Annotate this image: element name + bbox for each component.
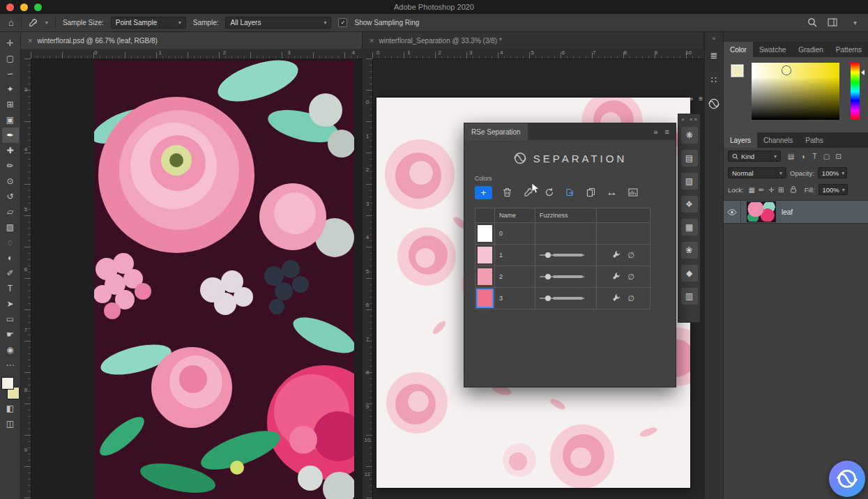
- lock-transparency-icon[interactable]: ▦: [747, 186, 756, 194]
- panel-menu-icon[interactable]: ≡: [665, 128, 669, 136]
- collapse-panel-icon[interactable]: »: [653, 128, 657, 136]
- fill-dropdown[interactable]: 100% ▾: [818, 184, 848, 195]
- color-field-cursor[interactable]: [782, 66, 791, 75]
- hue-slider[interactable]: [851, 63, 860, 120]
- export-button[interactable]: [564, 187, 576, 199]
- lock-all-icon[interactable]: [789, 185, 798, 194]
- maximize-window-button[interactable]: [34, 3, 42, 11]
- collapsed-panel-icon-2[interactable]: ▤: [681, 150, 698, 167]
- tab-swatches[interactable]: Swatche: [753, 42, 792, 57]
- show-sampling-ring-checkbox[interactable]: ✓: [338, 18, 347, 27]
- fuzziness-slider[interactable]: [540, 272, 584, 281]
- separation-panel-tab[interactable]: RSe Separation: [464, 123, 528, 140]
- duplicate-button[interactable]: [585, 187, 597, 199]
- clone-stamp-tool[interactable]: ⊙: [2, 174, 19, 189]
- filter-type-layers-icon[interactable]: T: [809, 153, 820, 160]
- fuzziness-slider[interactable]: [540, 251, 584, 259]
- layer-thumbnail[interactable]: [747, 201, 776, 222]
- document-view-winterfloral[interactable]: 01234 3456789: [21, 49, 363, 499]
- table-row-selected[interactable]: 3 ∅: [475, 287, 650, 309]
- kind-filter-dropdown[interactable]: Kind ▾: [728, 151, 781, 162]
- table-row[interactable]: 2 ∅: [475, 266, 650, 287]
- filter-shape-layers-icon[interactable]: ▢: [821, 153, 832, 160]
- libraries-panel-icon[interactable]: ≣: [706, 47, 722, 63]
- filter-pixel-layers-icon[interactable]: ▤: [786, 153, 796, 160]
- minimize-window-button[interactable]: [20, 3, 28, 11]
- search-icon[interactable]: [807, 17, 817, 29]
- adjust-color-icon[interactable]: [612, 250, 620, 260]
- adjustments-panel-icon[interactable]: ∷: [706, 72, 722, 87]
- adjust-color-icon[interactable]: [612, 293, 620, 303]
- lock-artboard-icon[interactable]: ⊞: [777, 186, 786, 194]
- tab-channels[interactable]: Channels: [757, 132, 799, 148]
- foreground-background-swatches[interactable]: [1, 378, 20, 399]
- spread-width-button[interactable]: ↔: [606, 187, 618, 199]
- marquee-tool[interactable]: ▢: [2, 51, 19, 66]
- hue-slider-marker[interactable]: [861, 70, 865, 75]
- type-tool[interactable]: T: [2, 281, 19, 296]
- table-row[interactable]: 0: [475, 222, 650, 244]
- background-color-swatch[interactable]: [8, 387, 19, 399]
- move-tool[interactable]: ✛: [2, 36, 19, 51]
- lasso-tool[interactable]: ∽: [2, 66, 19, 82]
- collapsed-panel-icon-8[interactable]: ▥: [681, 288, 698, 305]
- blur-tool[interactable]: ◌: [2, 235, 19, 250]
- expand-dock-icon[interactable]: « »: [690, 116, 697, 123]
- close-dock-icon[interactable]: ×: [681, 116, 685, 123]
- layer-visibility-toggle[interactable]: [724, 201, 741, 223]
- caret-down-icon[interactable]: ▾: [853, 19, 857, 26]
- dodge-tool[interactable]: ◐: [2, 250, 19, 266]
- collapsed-panel-icon-3[interactable]: ▨: [681, 173, 698, 190]
- history-brush-tool[interactable]: ↺: [2, 189, 19, 204]
- current-tool-eyedropper-icon[interactable]: ▾: [29, 18, 48, 27]
- color-swatch[interactable]: [478, 290, 492, 307]
- tab-paths[interactable]: Paths: [799, 132, 830, 148]
- collapsed-panel-icon-1[interactable]: ❋: [681, 127, 698, 144]
- close-window-button[interactable]: [6, 3, 14, 11]
- delete-color-button[interactable]: [501, 187, 513, 199]
- collapsed-panel-icon-5[interactable]: ▦: [681, 219, 698, 236]
- expand-dock-icon[interactable]: «: [712, 35, 715, 42]
- tab-gradients[interactable]: Gradien: [792, 42, 830, 57]
- eraser-tool[interactable]: ▱: [2, 204, 19, 220]
- saturation-brightness-field[interactable]: [752, 63, 839, 120]
- hand-tool[interactable]: ☛: [2, 327, 19, 342]
- canvas-winterfloral[interactable]: [94, 60, 354, 499]
- color-swatch[interactable]: [478, 247, 492, 263]
- add-color-button[interactable]: +: [475, 186, 492, 199]
- shape-tool[interactable]: ▭: [2, 312, 19, 327]
- lock-pixels-icon[interactable]: ✏: [757, 186, 766, 194]
- pen-tool[interactable]: ✐: [2, 266, 19, 281]
- foreground-color-swatch[interactable]: [2, 378, 13, 389]
- brush-tool[interactable]: ✏: [2, 158, 19, 174]
- close-tab-icon[interactable]: ×: [370, 36, 374, 45]
- tab-winterfloral-psd[interactable]: × winterfloral.psd @ 66.7% (leaf, RGB/8): [21, 32, 363, 49]
- histogram-button[interactable]: [627, 187, 639, 199]
- workspace-switcher-icon[interactable]: [828, 18, 837, 28]
- filter-smart-objects-icon[interactable]: ⊡: [833, 153, 844, 160]
- foreground-color-swatch[interactable]: [731, 64, 744, 77]
- lock-position-icon[interactable]: ✛: [767, 186, 776, 194]
- color-swatch[interactable]: [478, 225, 492, 242]
- opacity-dropdown[interactable]: 100% ▾: [818, 167, 847, 178]
- home-icon[interactable]: ⌂: [8, 18, 14, 27]
- color-swatch[interactable]: [478, 268, 492, 285]
- collapse-panels-icon[interactable]: »: [690, 95, 694, 102]
- path-selection-tool[interactable]: ➤: [2, 296, 19, 312]
- table-row[interactable]: 1 ∅: [475, 244, 650, 266]
- refresh-button[interactable]: [543, 187, 555, 199]
- blend-mode-dropdown[interactable]: Normal ▾: [728, 167, 786, 178]
- tab-patterns[interactable]: Patterns: [830, 42, 868, 57]
- clear-color-icon[interactable]: ∅: [627, 272, 634, 282]
- quick-mask-button[interactable]: ◧: [2, 401, 19, 416]
- tab-color[interactable]: Color: [724, 42, 753, 57]
- frame-tool[interactable]: ▣: [2, 112, 19, 128]
- collapsed-panel-icon-6[interactable]: ❀: [681, 242, 698, 259]
- sample-size-dropdown[interactable]: Point Sample ▾: [111, 17, 186, 29]
- screen-mode-button[interactable]: ◫: [2, 416, 19, 431]
- edit-toolbar-button[interactable]: ⋯: [2, 358, 19, 373]
- tab-layers[interactable]: Layers: [724, 132, 757, 148]
- crop-tool[interactable]: ⊞: [2, 97, 19, 112]
- filter-adjustment-layers-icon[interactable]: ◑: [798, 153, 808, 160]
- close-tab-icon[interactable]: ×: [28, 36, 32, 45]
